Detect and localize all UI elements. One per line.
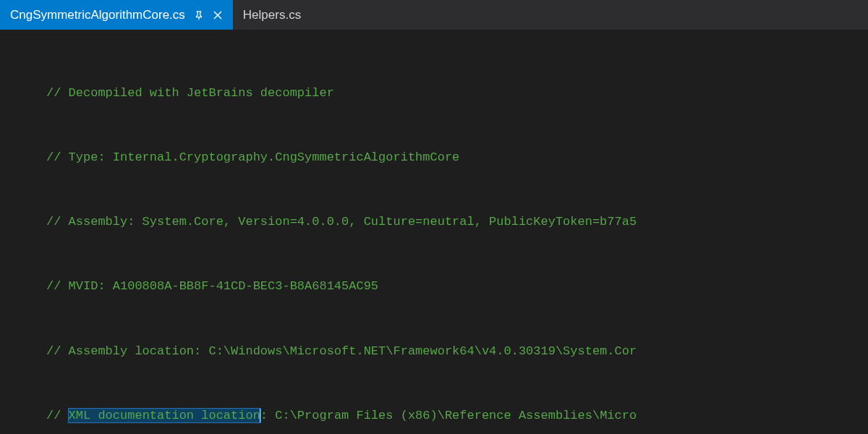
selection: XML documentation location <box>69 409 260 422</box>
tab-label: CngSymmetricAlgorithmCore.cs <box>10 8 185 22</box>
comment: // Type: Internal.Cryptography.CngSymmet… <box>46 150 459 164</box>
pin-icon[interactable] <box>194 10 204 20</box>
tab-bar: CngSymmetricAlgorithmCore.cs Helpers.cs <box>0 0 868 30</box>
comment: : C:\Program Files (x86)\Reference Assem… <box>260 409 637 422</box>
comment: // Decompiled with JetBrains decompiler <box>46 86 334 100</box>
comment: // MVID: A100808A-BB8F-41CD-BEC3-B8A6814… <box>46 279 378 293</box>
comment: // <box>46 409 69 422</box>
tab-inactive[interactable]: Helpers.cs <box>233 0 311 30</box>
tab-active[interactable]: CngSymmetricAlgorithmCore.cs <box>0 0 233 30</box>
code-editor[interactable]: // Decompiled with JetBrains decompiler … <box>0 30 868 434</box>
close-icon[interactable] <box>213 10 223 20</box>
comment: // Assembly: System.Core, Version=4.0.0.… <box>46 215 637 229</box>
tab-label: Helpers.cs <box>243 8 301 22</box>
comment: // Assembly location: C:\Windows\Microso… <box>46 344 637 358</box>
